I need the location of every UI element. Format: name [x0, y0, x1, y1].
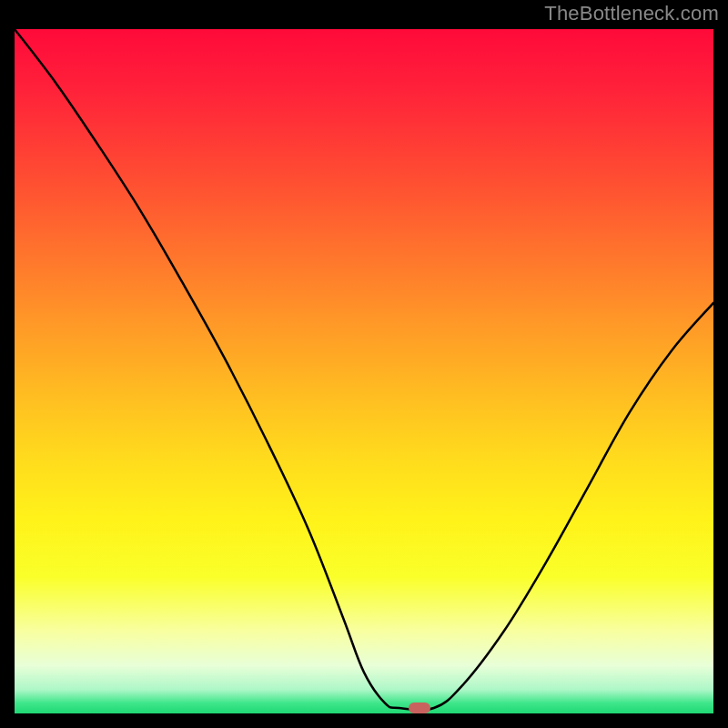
bottleneck-curve — [15, 29, 713, 710]
chart-frame — [7, 22, 721, 721]
plot-area — [15, 29, 713, 713]
curve-svg — [15, 29, 713, 713]
valley-marker — [409, 703, 430, 713]
